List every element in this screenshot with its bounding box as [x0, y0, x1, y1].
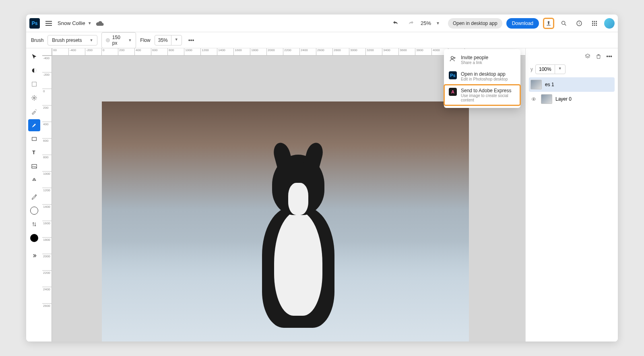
chevron-down-icon[interactable]: ▼ — [88, 21, 92, 25]
svg-text:T: T — [32, 150, 35, 155]
text-tool[interactable]: T — [28, 147, 40, 159]
menu-hamburger-icon[interactable] — [44, 19, 54, 28]
top-bar: Ps Snow Collie ▼ 25% ▼ Open in desktop a… — [26, 14, 618, 32]
brush-size-dropdown[interactable]: 150 px▼ — [101, 32, 136, 48]
svg-rect-13 — [32, 82, 37, 87]
svg-point-0 — [562, 21, 565, 24]
ps-logo: Ps — [29, 18, 40, 29]
opacity-label-trailing: y — [530, 66, 533, 72]
layers-panel: ••• y 100% ▼ es 1 Layer 0 — [525, 48, 618, 342]
background-color[interactable] — [28, 232, 40, 244]
open-desktop-button[interactable]: Open in desktop app — [448, 18, 502, 29]
magic-tool-icon[interactable] — [28, 106, 40, 118]
share-invite-people[interactable]: Invite people Share a link — [444, 52, 520, 68]
svg-rect-7 — [594, 23, 595, 24]
svg-point-18 — [533, 99, 535, 100]
svg-rect-15 — [32, 137, 37, 141]
user-avatar[interactable] — [604, 18, 615, 29]
mask-tool[interactable] — [28, 64, 40, 77]
flow-label: Flow — [140, 37, 150, 43]
share-send-to-express[interactable]: A Send to Adobe Express Use image to cre… — [444, 85, 520, 106]
svg-rect-3 — [592, 21, 593, 22]
svg-rect-8 — [596, 23, 597, 24]
option-bar: Brush Brush presets▼ 150 px▼ Flow 35% ▼ … — [26, 32, 618, 48]
svg-rect-11 — [596, 25, 597, 26]
svg-rect-9 — [592, 25, 593, 26]
tool-panel: T — [26, 48, 42, 342]
svg-rect-17 — [32, 164, 37, 168]
document-title[interactable]: Snow Collie — [58, 20, 85, 26]
canvas-image[interactable] — [102, 101, 469, 342]
zoom-level[interactable]: 25% — [421, 20, 431, 26]
selection-tool[interactable] — [28, 78, 40, 90]
cloud-icon[interactable] — [96, 21, 104, 26]
layer-name: es 1 — [545, 82, 554, 87]
top-right-controls: 25% ▼ Open in desktop app Download ? — [390, 18, 615, 29]
svg-text:?: ? — [578, 22, 580, 25]
expand-tools-icon[interactable] — [28, 250, 40, 262]
svg-rect-4 — [594, 21, 595, 22]
svg-point-19 — [451, 56, 454, 59]
apps-grid-icon[interactable] — [589, 18, 600, 29]
more-icon[interactable]: ••• — [606, 53, 612, 60]
ruler-corner — [42, 48, 52, 56]
redo-icon[interactable] — [405, 18, 417, 29]
move-tool[interactable] — [28, 51, 40, 63]
layer-thumbnail — [541, 94, 552, 104]
svg-point-14 — [33, 97, 35, 99]
layer-thumbnail — [530, 80, 542, 89]
share-button[interactable] — [543, 18, 554, 29]
swap-colors-icon[interactable] — [28, 218, 40, 230]
layers-icon[interactable] — [584, 53, 591, 60]
share-menu: Invite people Share a link Ps Open in de… — [444, 49, 520, 108]
search-icon[interactable] — [558, 18, 570, 29]
main-area: T 00-400-2000200400600800100012001400160… — [26, 48, 618, 342]
rectangle-tool[interactable] — [28, 133, 40, 145]
svg-rect-10 — [594, 25, 595, 26]
undo-icon[interactable] — [390, 18, 401, 29]
settings-tool-icon[interactable] — [28, 92, 40, 104]
more-options-icon[interactable]: ••• — [186, 37, 197, 43]
tool-name-label: Brush — [31, 37, 43, 43]
trash-icon[interactable] — [596, 53, 601, 60]
eyedropper-tool[interactable] — [28, 191, 40, 203]
share-open-desktop[interactable]: Ps Open in desktop app Edit in Photoshop… — [444, 68, 520, 85]
svg-rect-5 — [596, 21, 597, 22]
layer-name: Layer 0 — [555, 96, 572, 102]
help-icon[interactable]: ? — [574, 18, 585, 29]
clone-tool-icon[interactable] — [28, 174, 40, 186]
visibility-icon[interactable] — [530, 97, 538, 101]
svg-rect-6 — [592, 23, 593, 24]
image-tool-icon[interactable] — [28, 160, 40, 172]
ruler-vertical: -400-20002004006008001000120014001600180… — [42, 56, 52, 342]
brush-presets-dropdown[interactable]: Brush presets▼ — [47, 35, 97, 46]
opacity-control[interactable]: 100% ▼ — [535, 64, 566, 74]
flow-control[interactable]: 35% ▼ — [155, 35, 182, 46]
foreground-color[interactable] — [28, 205, 40, 217]
layer-row[interactable]: es 1 — [529, 77, 615, 92]
app-window: Ps Snow Collie ▼ 25% ▼ Open in desktop a… — [26, 14, 618, 342]
zoom-chevron-icon[interactable]: ▼ — [436, 21, 440, 25]
layer-row[interactable]: Layer 0 — [529, 92, 615, 106]
download-button[interactable]: Download — [506, 18, 539, 29]
brush-tool[interactable] — [28, 119, 40, 131]
